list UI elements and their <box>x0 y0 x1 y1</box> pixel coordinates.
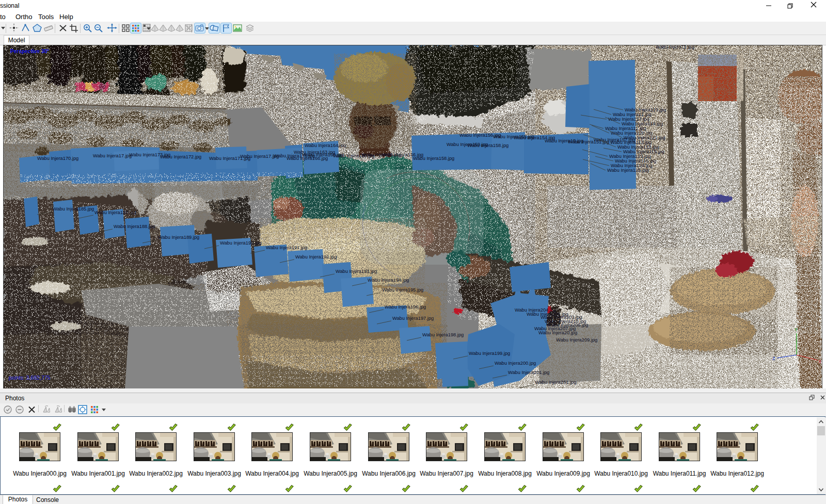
svg-text:Wabu Injera261.jpg: Wabu Injera261.jpg <box>535 380 576 385</box>
svg-text:Wabu Injera172.jpg: Wabu Injera172.jpg <box>160 154 201 159</box>
svg-text:Wabu Injera201.jpg: Wabu Injera201.jpg <box>508 370 549 375</box>
svg-text:Wabu Injera200.jpg: Wabu Injera200.jpg <box>495 361 536 366</box>
svg-text:Wabu Injera192.jpg: Wabu Injera192.jpg <box>295 254 337 259</box>
svg-text:Wabu Injera196.jpg: Wabu Injera196.jpg <box>385 304 426 310</box>
svg-text:Wabu Injera164.jpg: Wabu Injera164.jpg <box>305 143 346 148</box>
svg-text:Perspective 30°: Perspective 30° <box>10 48 49 54</box>
svg-text:Wabu Injera189.jpg: Wabu Injera189.jpg <box>158 235 199 240</box>
svg-text:Wabu Injera11.jpg: Wabu Injera11.jpg <box>656 45 694 50</box>
svg-text:Wabu Injera188.jpg: Wabu Injera188.jpg <box>114 224 155 229</box>
svg-text:Wabu Injera20.jpg: Wabu Injera20.jpg <box>538 330 577 335</box>
svg-text:Wabu Injera158.jpg: Wabu Injera158.jpg <box>413 156 454 161</box>
svg-text:Wabu Injera125.jpg: Wabu Injera125.jpg <box>607 168 648 173</box>
svg-text:Wabu Injera191.jpg: Wabu Injera191.jpg <box>266 245 307 250</box>
svg-text:Y: Y <box>795 327 798 332</box>
svg-text:Z: Z <box>772 356 775 361</box>
svg-text:X: X <box>818 359 821 364</box>
svg-text:Wabu Injera17.jpg: Wabu Injera17.jpg <box>240 154 279 159</box>
svg-text:Wabu Injera190.jpg: Wabu Injera190.jpg <box>220 240 261 246</box>
svg-text:Wabu Injera195.jpg: Wabu Injera195.jpg <box>382 287 423 292</box>
svg-text:Wabu Injera166.jpg: Wabu Injera166.jpg <box>287 156 328 161</box>
svg-text:Wabu Injera199.jpg: Wabu Injera199.jpg <box>469 351 510 356</box>
svg-text:Wabu Injera185.jpg: Wabu Injera185.jpg <box>53 206 94 212</box>
svg-text:Wabu Injera204.jpg: Wabu Injera204.jpg <box>515 307 556 313</box>
svg-text:Wabu Injera198.jpg: Wabu Injera198.jpg <box>422 332 464 337</box>
svg-text:Wabu Injera193.jpg: Wabu Injera193.jpg <box>336 269 377 274</box>
svg-text:Wabu Injera17.jpg: Wabu Injera17.jpg <box>93 153 132 158</box>
svg-text:Wabu Injera163.jpg: Wabu Injera163.jpg <box>294 150 335 155</box>
svg-text:Wabu Injera187.jpg: Wabu Injera187.jpg <box>94 210 136 215</box>
svg-text:Wabu Injera194.jpg: Wabu Injera194.jpg <box>368 278 409 283</box>
svg-text:Wabu Injera197.jpg: Wabu Injera197.jpg <box>392 316 434 321</box>
svg-text:Wabu Injera209.jpg: Wabu Injera209.jpg <box>556 337 597 343</box>
svg-text:Wabu Injera203.jpg: Wabu Injera203.jpg <box>541 315 582 320</box>
svg-text:Wabu Injera170.jpg: Wabu Injera170.jpg <box>37 156 78 161</box>
svg-text:points: 3,692,775: points: 3,692,775 <box>9 375 51 381</box>
svg-text:Wabu Injera158.jpg: Wabu Injera158.jpg <box>467 143 509 148</box>
